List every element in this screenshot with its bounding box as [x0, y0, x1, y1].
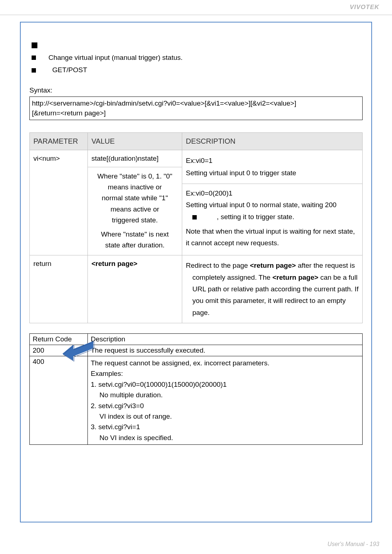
cell-desc: Redirect to the page <return page> after… — [182, 255, 363, 323]
bullet-icon — [32, 42, 37, 48]
page-content: Change virtual input (manual trigger) st… — [21, 22, 371, 454]
desc-sub-1: Ex:vi0=0(200)1 — [186, 188, 359, 199]
ex-line: 2. setvi.cgi?vi3=0 — [91, 401, 359, 411]
value-sub-text: Where "state" is 0, 1. "0"means inactive… — [91, 171, 178, 226]
ex-line: 3. setvi.cgi?vi=1 — [91, 422, 359, 432]
intro-text-2: GET/POST — [52, 66, 87, 74]
cell-value: state[(duration)nstate] Where "state" is… — [88, 150, 182, 255]
bullet-icon — [32, 68, 36, 73]
desc-sub-2b: , setting it to trigger state. — [217, 213, 294, 221]
value-sub-text2: Where "nstate" is nextstate after durati… — [91, 229, 178, 251]
cell-code: 200 — [30, 345, 88, 356]
cell-value: <return page> — [88, 255, 182, 323]
desc-top-2: Setting virtual input 0 to trigger state — [186, 167, 359, 179]
ex-line: No VI index is specified. — [91, 432, 359, 443]
brand-text: VIVOTEK — [350, 4, 379, 11]
footer-text: User's Manual - 193 — [327, 541, 379, 547]
header-band: VIVOTEK — [0, 0, 392, 15]
th-description: Description — [88, 333, 363, 345]
intro-block — [29, 40, 363, 50]
table-row: return <return page> Redirect to the pag… — [30, 255, 363, 323]
return-code-table: Return Code Description 200 The request … — [29, 333, 363, 445]
desc-sub-2a: Setting virtual input 0 to normal state,… — [186, 201, 336, 209]
desc-sub: Ex:vi0=0(200)1 Setting virtual input 0 t… — [182, 184, 362, 253]
bullet-icon — [32, 56, 36, 60]
th-return-code: Return Code — [30, 333, 88, 345]
desc-sub-3: Note that when the virtual input is wait… — [186, 226, 359, 249]
intro-text-1: Change virtual input (manual trigger) st… — [48, 54, 183, 61]
table-row: 200 The request is successfully executed… — [30, 345, 363, 356]
ex-line: 1. setvi.cgi?vi0=0(10000)1(15000)0(20000… — [91, 379, 359, 390]
cell-param: vi<num> — [30, 150, 88, 255]
ex-line: The request cannot be assigned, ex. inco… — [91, 358, 359, 368]
desc-top-1: Ex:vi0=1 — [186, 155, 359, 167]
ex-line: VI index is out of range. — [91, 411, 359, 422]
value-sub: Where "state" is 0, 1. "0"means inactive… — [88, 167, 182, 255]
cell-code: 400 — [30, 356, 88, 445]
table-head-row: Return Code Description — [30, 333, 363, 345]
desc-sub-2: Setting virtual input 0 to normal state,… — [186, 199, 359, 223]
page-frame: Change virtual input (manual trigger) st… — [20, 22, 372, 522]
ex-line: Examples: — [91, 368, 359, 379]
cell-desc: The request cannot be assigned, ex. inco… — [88, 356, 363, 445]
value-top: state[(duration)nstate] — [91, 155, 178, 163]
desc-text: Redirect to the page <return page> after… — [186, 260, 359, 318]
syntax-line-2: [&return=<return page>] — [32, 108, 360, 118]
cell-param: return — [30, 255, 88, 323]
syntax-box: http://<servername>/cgi-bin/admin/setvi.… — [29, 97, 363, 120]
cell-desc: The request is successfully executed. — [88, 345, 363, 356]
cell-desc: Ex:vi0=1 Setting virtual input 0 to trig… — [182, 150, 363, 255]
syntax-label: Syntax: — [29, 86, 363, 94]
intro-line-2: GET/POST — [29, 65, 363, 75]
th-parameter: PARAMETER — [30, 132, 88, 150]
syntax-line-1: http://<servername>/cgi-bin/admin/setvi.… — [32, 98, 360, 108]
value-top: <return page> — [91, 260, 138, 267]
ex-line: No multiple duration. — [91, 390, 359, 400]
table-head-row: PARAMETER VALUE DESCRIPTION — [30, 132, 363, 150]
parameter-table: PARAMETER VALUE DESCRIPTION vi<num> stat… — [29, 132, 363, 323]
table-row: 400 The request cannot be assigned, ex. … — [30, 356, 363, 445]
th-description: DESCRIPTION — [182, 132, 363, 150]
table-row: vi<num> state[(duration)nstate] Where "s… — [30, 150, 363, 255]
intro-line-1: Change virtual input (manual trigger) st… — [29, 53, 363, 63]
bullet-icon — [192, 215, 197, 219]
th-value: VALUE — [88, 132, 182, 150]
